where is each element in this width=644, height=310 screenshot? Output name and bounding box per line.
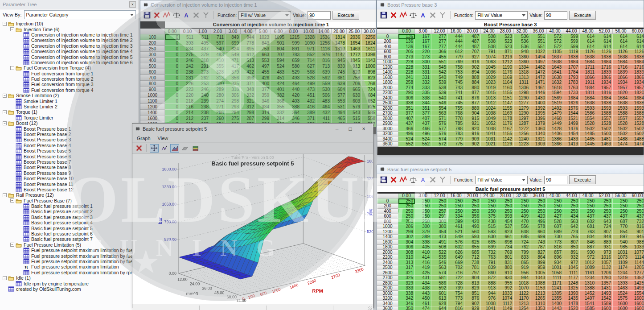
table-cell[interactable]: 1593 xyxy=(596,106,613,111)
table-cell[interactable]: 976 xyxy=(481,296,497,302)
table-cell[interactable]: 1031 xyxy=(481,136,497,142)
table-cell[interactable]: 891 xyxy=(286,46,301,52)
waveform-icon[interactable] xyxy=(399,176,407,184)
row-header[interactable]: 1100 xyxy=(140,98,165,104)
tree-item[interactable]: Boost Pressure base 5 xyxy=(2,148,139,153)
table-cell[interactable]: 1105 xyxy=(547,50,563,55)
table-cell[interactable]: 1783 xyxy=(563,80,580,86)
table-cell[interactable]: 660 xyxy=(530,229,547,235)
table-cell[interactable]: 1223 xyxy=(514,142,530,147)
table-cell[interactable]: 1593 xyxy=(613,106,629,111)
table-cell[interactable]: 1554 xyxy=(629,291,644,296)
table-cell[interactable]: 592 xyxy=(316,75,332,81)
table-cell[interactable]: 331 xyxy=(415,70,431,75)
table-cell[interactable]: 695 xyxy=(241,46,256,52)
row-header[interactable]: 2600 xyxy=(377,106,398,111)
table-cell[interactable]: 1176 xyxy=(497,70,514,75)
table-cell[interactable]: 976 xyxy=(316,52,332,58)
table-cell[interactable]: 1520 xyxy=(563,306,580,310)
table-cell[interactable]: 1109 xyxy=(613,260,629,265)
table-cell[interactable]: 240 xyxy=(195,92,210,98)
table-cell[interactable]: 1478 xyxy=(563,301,580,306)
table-cell[interactable]: 1143 xyxy=(362,58,376,63)
menu-view[interactable]: View xyxy=(158,136,168,141)
table-cell[interactable]: 549 xyxy=(226,52,241,58)
table-cell[interactable]: 250 xyxy=(415,204,431,209)
table-cell[interactable]: 1502 xyxy=(596,126,613,132)
table-cell[interactable]: 602 xyxy=(580,219,596,224)
table-cell[interactable]: 250 xyxy=(481,204,497,209)
table-cell[interactable]: 1005 xyxy=(530,270,547,276)
table-cell[interactable]: 614 xyxy=(596,34,613,39)
table-cell[interactable]: 136 xyxy=(398,44,415,50)
table-cell[interactable]: 778 xyxy=(241,40,256,46)
table-cell[interactable]: 1036 xyxy=(481,70,497,75)
tree-item[interactable]: Conversion of injection volume to inject… xyxy=(2,49,139,54)
tree-item[interactable]: −Fuel Conversion from Torque (4) xyxy=(2,65,139,70)
table-cell[interactable]: 1435 xyxy=(563,296,580,302)
table-cell[interactable]: 1212 xyxy=(497,60,514,65)
table-cell[interactable]: 250 xyxy=(563,198,580,204)
table-cell[interactable]: 451 xyxy=(271,75,286,81)
table-cell[interactable]: 1129 xyxy=(497,142,514,147)
table-cell[interactable]: 277 xyxy=(431,44,448,50)
table-cell[interactable]: 1318 xyxy=(514,70,530,75)
table-cell[interactable]: 398 xyxy=(415,240,431,245)
table-cell[interactable]: 738 xyxy=(464,260,481,265)
table-cell[interactable]: 724 xyxy=(362,87,376,92)
tree-item[interactable]: Boost Pressure base 8 xyxy=(2,165,139,170)
table-cell[interactable]: 1112 xyxy=(497,301,514,306)
table-cell[interactable]: 1041 xyxy=(481,132,497,137)
table-cell[interactable]: 250 xyxy=(398,214,415,219)
surface-chart[interactable] xyxy=(132,154,373,304)
row-header[interactable]: 200 xyxy=(377,39,398,45)
table-cell[interactable]: 437 xyxy=(580,214,596,219)
scales-icon[interactable] xyxy=(409,11,417,19)
row-header[interactable]: 1000 xyxy=(377,224,398,230)
table-cell[interactable]: 1340 xyxy=(530,132,547,137)
column-header[interactable]: 12.00 xyxy=(431,29,448,34)
table-cell[interactable]: 1684 xyxy=(613,60,629,65)
table-cell[interactable]: 250 xyxy=(448,209,464,214)
table-cell[interactable]: 1866 xyxy=(613,75,629,80)
row-header[interactable]: 800 xyxy=(140,81,165,87)
table-cell[interactable]: 593 xyxy=(481,229,497,235)
table-cell[interactable]: 576 xyxy=(448,240,464,245)
table-cell[interactable]: 508 xyxy=(481,34,497,39)
table-cell[interactable]: 1161 xyxy=(580,270,596,276)
y-axis-icon[interactable] xyxy=(202,11,210,19)
table-cell[interactable]: 1638 xyxy=(580,54,596,60)
table-cell[interactable]: 659 xyxy=(286,58,301,63)
table-cell[interactable]: 1355 xyxy=(547,296,563,302)
table-cell[interactable]: 515 xyxy=(481,224,497,230)
table-cell[interactable]: 539 xyxy=(431,91,448,96)
table-cell[interactable]: 581 xyxy=(431,276,448,281)
table-cell[interactable]: 377 xyxy=(398,111,415,116)
close-map-icon[interactable] xyxy=(135,144,143,152)
table-cell[interactable]: 816 xyxy=(629,224,644,230)
pan-mode-button[interactable] xyxy=(150,144,159,153)
table-cell[interactable]: 1160 xyxy=(497,85,514,91)
row-header[interactable]: 2700 xyxy=(377,111,398,116)
column-header[interactable]: 2.00 xyxy=(210,29,226,34)
table-cell[interactable]: 497 xyxy=(256,63,271,69)
table-cell[interactable]: 1481 xyxy=(596,136,613,142)
table-cell[interactable]: 274 xyxy=(398,85,415,91)
table-cell[interactable]: 438 xyxy=(415,286,431,291)
table-cell[interactable]: 250 xyxy=(596,198,613,204)
table-cell[interactable]: 1478 xyxy=(332,40,347,46)
table-cell[interactable]: 755 xyxy=(448,106,464,111)
table-cell[interactable]: 1392 xyxy=(530,106,547,111)
table-cell[interactable]: 743 xyxy=(448,85,464,91)
table-cell[interactable]: 1277 xyxy=(629,270,644,276)
table-cell[interactable]: 973 xyxy=(596,250,613,255)
table-cell[interactable]: 420 xyxy=(464,219,481,224)
table-cell[interactable]: 929 xyxy=(464,306,481,310)
table-cell[interactable]: 1588 xyxy=(613,111,629,116)
table-cell[interactable]: 1472 xyxy=(530,70,547,75)
table-cell[interactable]: 1684 xyxy=(629,60,644,65)
row-header[interactable]: 900 xyxy=(140,87,165,92)
table-cell[interactable]: 250 xyxy=(596,209,613,214)
tree-expander[interactable]: − xyxy=(3,121,7,125)
table-cell[interactable]: 1213 xyxy=(530,291,547,296)
